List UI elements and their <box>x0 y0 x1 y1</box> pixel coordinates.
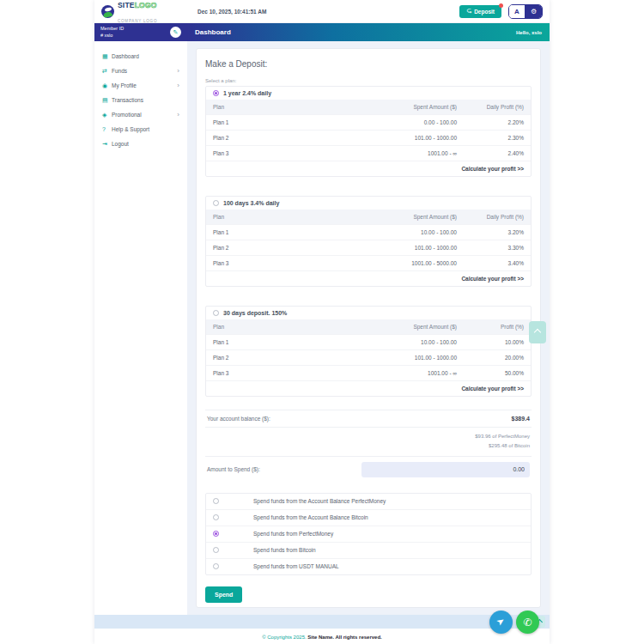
plan-group-3-header[interactable]: 30 days deposit. 150% <box>206 307 531 319</box>
sidebar-item-label: Funds <box>112 68 177 74</box>
promotional-icon: ◈ <box>102 112 112 118</box>
whatsapp-button[interactable]: ✆ <box>516 611 539 634</box>
deposit-card: Make a Deposit: Select a plan: 1 year 2.… <box>196 48 541 608</box>
option-label: Spend funds from PerfectMoney <box>253 531 333 537</box>
profit-cell: 3.20% <box>464 225 531 240</box>
plan-cell: Plan 2 <box>206 240 314 256</box>
table-row: Plan 3 1001.00 - ∞ 2.40% <box>206 146 531 161</box>
option-radio[interactable] <box>213 514 219 520</box>
option-label: Spend funds from the Account Balance Per… <box>253 498 386 504</box>
option-radio[interactable] <box>213 563 219 569</box>
greeting-text: Hello, xslo <box>516 30 542 35</box>
option-bitcoin[interactable]: Spend funds from Bitcoin <box>206 543 531 559</box>
sidebar-item-funds[interactable]: ⇄ Funds › <box>94 64 187 78</box>
option-perfectmoney[interactable]: Spend funds from PerfectMoney <box>206 526 531 543</box>
option-radio[interactable] <box>213 498 219 504</box>
plan-group-name: 100 days 3.4% daily <box>223 200 279 206</box>
calculate-profit-link[interactable]: Calculate your profit >> <box>206 161 531 176</box>
sidebar-item-my-profile[interactable]: ◉ My Profile › <box>94 78 187 93</box>
profit-cell: 2.30% <box>464 131 531 146</box>
plan-cell: Plan 3 <box>206 256 314 271</box>
spent-cell: 1001.00 - ∞ <box>314 146 464 161</box>
table-row: Plan 2 101.00 - 1000.00 20.00% <box>206 350 531 366</box>
chevron-right-icon: › <box>177 82 179 89</box>
amount-to-spend-label: Amount to Spend ($): <box>207 466 260 472</box>
scroll-to-top-button[interactable] <box>529 321 546 343</box>
col-header-profit: Profit (%) <box>464 319 531 335</box>
chevron-right-icon: › <box>177 68 179 75</box>
plan-cell: Plan 1 <box>206 225 314 240</box>
col-header-spent: Spent Amount ($) <box>314 210 464 225</box>
payment-options-list: Spend funds from the Account Balance Per… <box>205 493 532 575</box>
option-label: Spend funds from Bitcoin <box>253 547 316 553</box>
profile-icon: ◉ <box>102 82 112 89</box>
balance-breakdown-perfectmoney: $93.96 of PerfectMoney <box>207 432 530 441</box>
sidebar-item-label: Help & Support <box>112 126 179 132</box>
plan-table-header-row: Plan Spent Amount ($) Profit (%) <box>206 319 531 335</box>
avatar[interactable]: A <box>509 5 526 18</box>
edit-profile-icon[interactable]: ✎ <box>170 27 181 38</box>
sidebar: ▦ Dashboard ⇄ Funds › ◉ My Profile › ▤ T… <box>94 41 187 615</box>
logo-title-secondary: LOGO <box>135 1 157 9</box>
table-row: Plan 2 101.00 - 1000.00 2.30% <box>206 131 531 146</box>
logo-icon <box>101 5 114 18</box>
plan-radio[interactable] <box>213 90 219 96</box>
account-balance-value: $389.4 <box>512 416 530 422</box>
transactions-icon: ▤ <box>102 97 112 104</box>
telegram-button[interactable]: ➤ <box>489 611 513 634</box>
col-header-profit: Daily Profit (%) <box>464 100 531 115</box>
plan-group-2: 100 days 3.4% daily Plan Spent Amount ($… <box>205 196 532 287</box>
profit-cell: 3.30% <box>464 240 531 256</box>
app-body: ▦ Dashboard ⇄ Funds › ◉ My Profile › ▤ T… <box>94 41 550 615</box>
plan-group-3: 30 days deposit. 150% Plan Spent Amount … <box>205 306 532 397</box>
help-icon: ? <box>102 126 112 132</box>
sidebar-item-label: Promotional <box>112 112 177 118</box>
profit-cell: 10.00% <box>464 335 531 350</box>
copyright: © Copyrights 2025. Site Name. All rights… <box>94 635 550 640</box>
plan-cell: Plan 2 <box>206 350 314 366</box>
site-logo[interactable]: SITELOGO COMPANY LOGO <box>94 0 187 26</box>
plan-group-2-header[interactable]: 100 days 3.4% daily <box>206 197 531 210</box>
option-account-balance-bitcoin[interactable]: Spend funds from the Account Balance Bit… <box>206 510 531 526</box>
amount-to-spend-row: Amount to Spend ($): <box>205 456 532 484</box>
sidebar-item-logout[interactable]: ⇥ Logout <box>94 137 187 151</box>
option-usdt-manual[interactable]: Spend funds from USDT MANUAL <box>206 559 531 574</box>
sidebar-item-label: Transactions <box>112 97 179 103</box>
nav-row: Member ID # xslo ✎ Dashboard Hello, xslo <box>94 23 550 41</box>
dashboard-icon: ▦ <box>102 53 112 60</box>
plan-table: Plan Spent Amount ($) Daily Profit (%) P… <box>206 100 531 161</box>
table-row: Plan 1 0.00 - 100.00 2.20% <box>206 115 531 131</box>
col-header-plan: Plan <box>206 210 314 225</box>
deposit-button[interactable]: ⮎ Deposit <box>459 5 501 18</box>
footer-band <box>94 615 550 629</box>
calculate-profit-link[interactable]: Calculate your profit >> <box>206 380 531 396</box>
account-pill: A ⚙ <box>508 4 543 19</box>
spent-cell: 1001.00 - ∞ <box>314 366 464 381</box>
spent-cell: 101.00 - 1000.00 <box>314 350 464 366</box>
sidebar-item-help-support[interactable]: ? Help & Support <box>94 122 187 137</box>
profit-cell: 20.00% <box>464 350 531 366</box>
spend-button[interactable]: Spend <box>205 586 242 603</box>
option-account-balance-perfectmoney[interactable]: Spend funds from the Account Balance Per… <box>206 494 531 510</box>
sidebar-item-promotional[interactable]: ◈ Promotional › <box>94 107 187 122</box>
top-header: SITELOGO COMPANY LOGO Dec 10, 2025, 10:4… <box>94 0 550 23</box>
option-radio[interactable] <box>213 547 219 553</box>
gear-icon[interactable]: ⚙ <box>526 5 542 18</box>
chevron-right-icon: › <box>177 112 179 118</box>
sidebar-item-dashboard[interactable]: ▦ Dashboard <box>94 49 187 64</box>
amount-to-spend-input[interactable] <box>361 462 530 477</box>
option-radio[interactable] <box>213 531 219 537</box>
spent-cell: 10.00 - 100.00 <box>314 225 464 240</box>
logo-title-primary: SITE <box>118 1 135 9</box>
sidebar-item-transactions[interactable]: ▤ Transactions <box>94 93 187 107</box>
profit-cell: 3.40% <box>464 256 531 271</box>
account-balance-row: Your account balance ($): $389.4 <box>205 410 532 427</box>
col-header-profit: Daily Profit (%) <box>464 210 531 225</box>
plan-radio[interactable] <box>213 200 219 206</box>
table-row: Plan 3 1001.00 - 5000.00 3.40% <box>206 256 531 271</box>
calculate-profit-link[interactable]: Calculate your profit >> <box>206 270 531 286</box>
plan-radio[interactable] <box>213 310 219 316</box>
col-header-plan: Plan <box>206 319 314 335</box>
copyright-link[interactable]: © Copyrights 2025. <box>262 635 306 640</box>
plan-group-1-header[interactable]: 1 year 2.4% daily <box>206 87 531 100</box>
